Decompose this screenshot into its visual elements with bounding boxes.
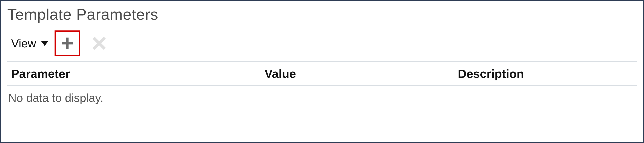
chevron-down-icon — [41, 41, 48, 46]
table-empty-message: No data to display. — [7, 86, 637, 110]
delete-button[interactable] — [86, 30, 112, 56]
column-header-description[interactable]: Description — [458, 67, 633, 81]
table-header: Parameter Value Description — [7, 62, 637, 86]
column-header-parameter[interactable]: Parameter — [11, 67, 264, 81]
parameters-table: Parameter Value Description No data to d… — [7, 61, 637, 110]
close-icon — [92, 36, 106, 50]
column-header-value[interactable]: Value — [264, 67, 458, 81]
panel-title: Template Parameters — [7, 5, 637, 23]
plus-icon — [60, 36, 74, 50]
add-button[interactable] — [54, 30, 80, 56]
view-menu[interactable]: View — [11, 37, 48, 50]
svg-rect-1 — [62, 42, 73, 45]
view-menu-label: View — [11, 37, 36, 50]
toolbar: View — [7, 29, 637, 61]
